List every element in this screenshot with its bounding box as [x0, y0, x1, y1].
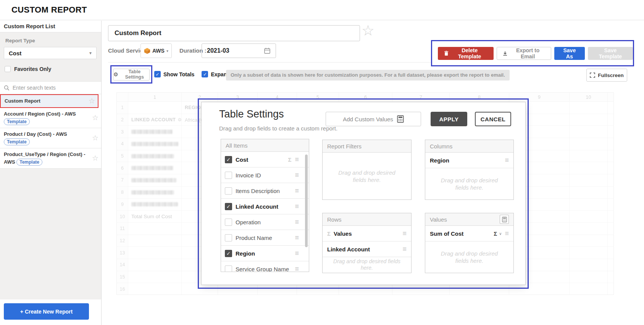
- field-checkbox[interactable]: [225, 172, 232, 179]
- field-label: Cost: [236, 156, 284, 163]
- add-custom-values-button[interactable]: Add Custom Values: [326, 112, 421, 126]
- rows-dropzone[interactable]: Drag and drop desired fields here.: [323, 257, 411, 272]
- drag-handle-icon[interactable]: ≡: [295, 203, 299, 210]
- grid-cell: [128, 187, 182, 198]
- create-new-report-button[interactable]: + Create New Report: [4, 303, 89, 320]
- all-items-field-row[interactable]: ✓CostΣ≡: [221, 152, 309, 167]
- values-field-sum-of-cost[interactable]: Sum of Cost Σ ∨ ≡: [425, 226, 513, 241]
- drag-handle-icon[interactable]: ≡: [295, 156, 299, 163]
- template-badge: Template: [4, 118, 30, 125]
- grid-cell: [608, 259, 614, 271]
- grid-row-number: 4: [117, 138, 128, 150]
- field-label: Region: [236, 250, 291, 257]
- favorite-star-icon[interactable]: ☆: [89, 98, 95, 105]
- save-template-label: Save Template: [594, 47, 627, 60]
- field-label: Values: [334, 230, 399, 237]
- duration-picker[interactable]: 2021-03: [202, 43, 276, 58]
- all-items-field-row[interactable]: Service Group Name≡: [221, 261, 309, 272]
- report-filters-dropzone[interactable]: Drag and drop desired fields here.: [323, 153, 411, 200]
- values-dropzone[interactable]: Drag and drop desired fields here.: [425, 241, 513, 273]
- sidebar-report-item[interactable]: Custom Report☆: [0, 94, 98, 108]
- all-items-field-row[interactable]: Operation≡: [221, 214, 309, 230]
- grid-row-number: 13: [117, 247, 128, 259]
- field-label: Linked Account: [236, 203, 291, 210]
- apply-button[interactable]: APPLY: [431, 112, 467, 126]
- drag-handle-icon[interactable]: ≡: [505, 230, 509, 237]
- delete-template-button[interactable]: Delete Template: [438, 47, 494, 60]
- field-checkbox[interactable]: [225, 265, 232, 272]
- favorite-star-icon[interactable]: ☆: [92, 135, 98, 142]
- grid-cell: [608, 223, 614, 235]
- sidebar-list-section: Custom Report☆Account / Region (Cost) - …: [0, 81, 101, 169]
- search-bar[interactable]: [0, 82, 101, 94]
- favorites-only-label: Favorites Only: [14, 66, 51, 72]
- field-checkbox[interactable]: [225, 234, 232, 241]
- calculator-button[interactable]: [500, 215, 509, 224]
- search-input[interactable]: [13, 85, 89, 91]
- all-items-field-row[interactable]: ✓Region≡: [221, 246, 309, 261]
- drag-handle-icon[interactable]: ≡: [295, 187, 299, 194]
- field-checkbox[interactable]: ✓: [225, 203, 232, 210]
- report-name-input[interactable]: [108, 25, 360, 41]
- cancel-button[interactable]: CANCEL: [475, 112, 511, 126]
- favorite-star-icon[interactable]: ☆: [92, 155, 98, 162]
- drag-handle-icon[interactable]: ≡: [505, 157, 509, 164]
- field-checkbox[interactable]: [225, 219, 232, 226]
- grid-cell: [128, 126, 182, 138]
- grid-column-header: 3: [218, 93, 258, 101]
- field-checkbox[interactable]: [225, 187, 232, 195]
- grid-cell: [128, 247, 182, 259]
- favorites-only-checkbox[interactable]: [5, 66, 11, 72]
- table-settings-label: Table Settings: [120, 69, 149, 80]
- show-totals-checkbox[interactable]: ✓: [154, 71, 161, 77]
- favorites-only-toggle[interactable]: Favorites Only: [5, 66, 51, 72]
- expand-all-checkbox[interactable]: ✓: [202, 71, 208, 77]
- grid-cell: [570, 247, 608, 259]
- favorite-star-icon[interactable]: ☆: [92, 114, 98, 121]
- rows-field-linked-account[interactable]: Linked Account ≡: [323, 241, 411, 257]
- save-template-button[interactable]: Save Template: [588, 47, 633, 60]
- columns-field-region[interactable]: Region ≡: [425, 153, 513, 168]
- columns-dropzone[interactable]: Drag and drop desired fields here.: [425, 168, 513, 200]
- field-checkbox[interactable]: ✓: [225, 250, 232, 257]
- grid-cell: [570, 259, 608, 271]
- all-items-field-row[interactable]: Invoice ID≡: [221, 167, 309, 183]
- all-items-header: All Items: [221, 139, 309, 152]
- sigma-icon[interactable]: Σ: [494, 230, 497, 237]
- fullscreen-icon: [590, 72, 595, 78]
- drag-handle-icon[interactable]: ≡: [402, 230, 407, 237]
- field-checkbox[interactable]: ✓: [225, 156, 232, 163]
- redacted-account-id: [131, 190, 174, 195]
- all-items-field-row[interactable]: Product Name≡: [221, 230, 309, 246]
- sidebar-report-item[interactable]: Product / Day (Cost) - AWS Template☆: [0, 128, 101, 148]
- drag-handle-icon[interactable]: ≡: [295, 219, 299, 225]
- grid-row-number: 2: [117, 114, 128, 126]
- drag-handle-icon[interactable]: ≡: [402, 246, 407, 253]
- all-items-field-row[interactable]: Items Description≡: [221, 183, 309, 199]
- grid-cell: LINKED ACCOUNT⚙: [128, 114, 182, 126]
- table-settings-button[interactable]: ⚙ Table Settings: [113, 69, 150, 80]
- all-items-field-row[interactable]: ✓Linked Account≡: [221, 199, 309, 214]
- scrollbar[interactable]: [305, 154, 308, 247]
- export-to-email-button[interactable]: Export to Email: [497, 47, 551, 60]
- grid-cell: [608, 150, 614, 162]
- drag-handle-icon[interactable]: ≡: [295, 172, 299, 179]
- cloud-service-value: AWS: [152, 48, 165, 54]
- save-as-button[interactable]: Save As: [554, 47, 585, 60]
- drop-hint: Drag and drop desired fields here.: [323, 258, 411, 271]
- grid-row-number: 8: [117, 187, 128, 198]
- sidebar-report-item[interactable]: Account / Region (Cost) - AWS Template☆: [0, 108, 101, 128]
- columns-panel: Columns Region ≡ Drag and drop desired f…: [425, 140, 514, 200]
- sidebar-report-item[interactable]: Product_UseType / Region (Cost) - AWS Te…: [0, 148, 101, 169]
- grid-cell: [570, 271, 608, 283]
- drag-handle-icon[interactable]: ≡: [295, 250, 299, 257]
- rows-field-values[interactable]: Σ Values ≡: [323, 226, 411, 241]
- fullscreen-button[interactable]: Fullscreen: [586, 69, 627, 82]
- favorite-star-icon[interactable]: ☆: [362, 22, 374, 39]
- grid-cell: Total Sum of Cost: [128, 211, 182, 222]
- report-type-select[interactable]: Cost ▾: [4, 47, 97, 59]
- cloud-service-dropdown[interactable]: AWS ▾: [140, 43, 172, 58]
- drag-handle-icon[interactable]: ≡: [295, 265, 299, 272]
- drag-handle-icon[interactable]: ≡: [295, 234, 299, 241]
- grid-cell: [608, 199, 614, 211]
